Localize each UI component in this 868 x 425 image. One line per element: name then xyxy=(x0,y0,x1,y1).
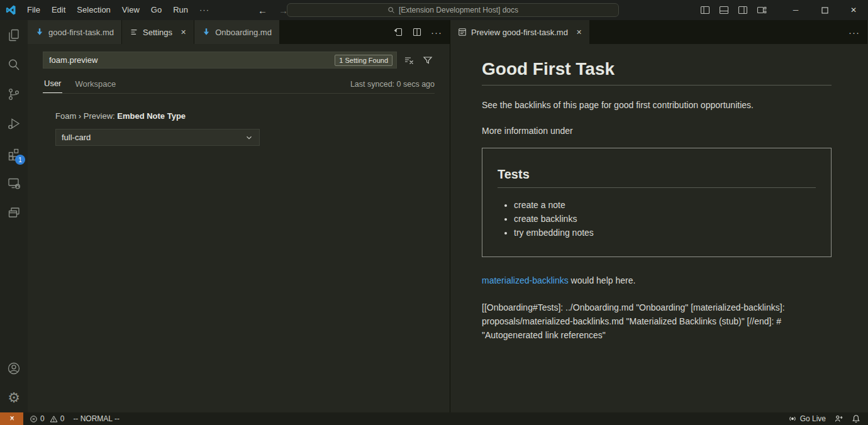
more-actions-icon[interactable]: ··· xyxy=(849,27,860,38)
embedded-note-card: Tests create a note create backlinks try… xyxy=(482,148,832,257)
setting-embed-note-type: Foam › Preview: Embed Note Type full-car… xyxy=(55,111,450,146)
vim-mode-indicator[interactable]: -- NORMAL -- xyxy=(73,414,120,423)
layout-controls xyxy=(697,2,770,18)
remote-icon xyxy=(8,414,16,423)
remote-indicator[interactable] xyxy=(0,412,23,425)
menu-view[interactable]: View xyxy=(116,0,145,20)
remote-explorer-icon[interactable] xyxy=(0,168,28,197)
scope-workspace[interactable]: Workspace xyxy=(74,79,117,93)
tab-label: Settings xyxy=(143,28,172,37)
results-count-badge: 1 Setting Found xyxy=(335,55,392,66)
markdown-file-icon xyxy=(35,28,44,36)
go-live-button[interactable]: Go Live xyxy=(788,414,826,423)
more-actions-icon[interactable]: ··· xyxy=(431,27,442,38)
menu-selection[interactable]: Selection xyxy=(71,0,116,20)
go-live-label: Go Live xyxy=(800,414,826,423)
live-share-icon[interactable] xyxy=(834,414,843,423)
search-icon xyxy=(387,6,395,14)
warning-icon xyxy=(50,415,58,423)
list-item: try embedding notes xyxy=(514,228,816,238)
markdown-file-icon xyxy=(202,28,211,36)
customize-layout-icon[interactable] xyxy=(754,2,770,18)
list-item: create a note xyxy=(514,200,816,210)
embed-note-type-select[interactable]: full-card xyxy=(55,129,260,146)
embed-title: Tests xyxy=(498,167,816,188)
tab-settings[interactable]: Settings ✕ xyxy=(122,20,194,44)
filter-funnel-icon[interactable] xyxy=(421,53,435,67)
status-bar: 0 0 -- NORMAL -- Go Live xyxy=(0,412,868,425)
link-tail: would help here. xyxy=(569,275,636,285)
settings-gear-icon[interactable]: ⚙ xyxy=(0,383,28,412)
split-editor-icon[interactable] xyxy=(412,27,422,37)
error-count: 0 xyxy=(40,414,45,423)
markdown-preview-icon xyxy=(458,28,467,36)
settings-search-input[interactable] xyxy=(49,55,335,65)
source-control-icon[interactable] xyxy=(0,79,28,109)
menu-edit[interactable]: Edit xyxy=(46,0,71,20)
window-controls: ─ ✕ xyxy=(781,0,868,20)
titlebar: File Edit Selection View Go Run ··· ← → … xyxy=(0,0,868,20)
right-group-actions: ··· xyxy=(849,20,867,44)
toggle-secondary-sidebar-icon[interactable] xyxy=(735,2,751,18)
menubar: File Edit Selection View Go Run ··· xyxy=(21,0,215,20)
left-tabstrip: good-first-task.md Settings ✕ Onboarding… xyxy=(28,20,450,44)
preview-intro: See the backlinks of this page for good … xyxy=(482,100,832,110)
toggle-sidebar-icon[interactable] xyxy=(697,2,713,18)
warning-count: 0 xyxy=(60,414,65,423)
notifications-bell-icon[interactable] xyxy=(852,414,860,423)
editor-group-left: good-first-task.md Settings ✕ Onboarding… xyxy=(28,20,450,412)
tab-preview-good-first-task[interactable]: Preview good-first-task.md ✕ xyxy=(450,20,590,44)
extensions-badge: 1 xyxy=(15,155,25,165)
tab-label: good-first-task.md xyxy=(48,28,114,37)
run-debug-icon[interactable] xyxy=(0,109,28,138)
setting-category: Foam › Preview: xyxy=(55,111,117,121)
extensions-icon[interactable]: 1 xyxy=(0,138,28,168)
backlink-line: materialized-backlinks would help here. xyxy=(482,275,832,285)
command-center-search[interactable]: [Extension Development Host] docs xyxy=(287,3,619,17)
menu-run[interactable]: Run xyxy=(167,0,194,20)
tab-label: Preview good-first-task.md xyxy=(471,28,568,37)
command-center-label: [Extension Development Host] docs xyxy=(399,6,518,14)
markdown-preview: Good First Task See the backlinks of thi… xyxy=(450,44,867,412)
right-tabstrip: Preview good-first-task.md ✕ ··· xyxy=(450,20,867,44)
tab-good-first-task[interactable]: good-first-task.md xyxy=(28,20,122,44)
workbench: 1 ⚙ good-first-task.md xyxy=(0,20,868,412)
activity-bar: 1 ⚙ xyxy=(0,20,28,412)
preview-more-info: More information under xyxy=(482,126,832,136)
problems-indicator[interactable]: 0 0 xyxy=(30,414,64,423)
preview-title: Good First Task xyxy=(482,59,832,86)
minimize-button[interactable]: ─ xyxy=(781,0,810,20)
back-arrow-icon[interactable]: ← xyxy=(258,5,267,16)
last-synced-label: Last synced: 0 secs ago xyxy=(350,80,435,93)
setting-name: Embed Note Type xyxy=(117,111,186,121)
settings-search-row: 1 Setting Found xyxy=(43,52,435,69)
materialized-backlinks-link[interactable]: materialized-backlinks xyxy=(482,275,569,285)
link-references: [[Onboarding#Tests]: ../Onboarding.md "O… xyxy=(482,301,815,342)
clear-filters-icon[interactable] xyxy=(402,53,416,67)
vscode-logo-icon xyxy=(0,4,21,16)
search-view-icon[interactable] xyxy=(0,50,28,79)
open-settings-json-icon[interactable] xyxy=(393,27,403,37)
menu-go[interactable]: Go xyxy=(145,0,167,20)
embed-list: create a note create backlinks try embed… xyxy=(498,200,816,238)
vscode-window: File Edit Selection View Go Run ··· ← → … xyxy=(0,0,868,425)
close-tab-icon[interactable]: ✕ xyxy=(576,28,582,36)
settings-editor: 1 Setting Found User Workspace Last sync… xyxy=(28,44,450,412)
settings-search-box[interactable]: 1 Setting Found xyxy=(43,52,397,69)
scope-user[interactable]: User xyxy=(43,79,62,93)
menu-file[interactable]: File xyxy=(21,0,46,20)
accounts-icon[interactable] xyxy=(0,353,28,383)
menu-more[interactable]: ··· xyxy=(194,0,215,20)
list-item: create backlinks xyxy=(514,214,816,224)
maximize-button[interactable] xyxy=(810,0,839,20)
tab-onboarding[interactable]: Onboarding.md xyxy=(194,20,280,44)
close-window-button[interactable]: ✕ xyxy=(839,0,868,20)
statusbar-right: Go Live xyxy=(788,414,868,423)
close-tab-icon[interactable]: ✕ xyxy=(181,28,186,36)
settings-editor-icon xyxy=(130,28,138,36)
error-icon xyxy=(30,415,38,423)
toggle-panel-icon[interactable] xyxy=(716,2,732,18)
explorer-icon[interactable] xyxy=(0,20,28,50)
editor-group-right: Preview good-first-task.md ✕ ··· Good Fi… xyxy=(450,20,867,412)
windows-view-icon[interactable] xyxy=(0,197,28,227)
